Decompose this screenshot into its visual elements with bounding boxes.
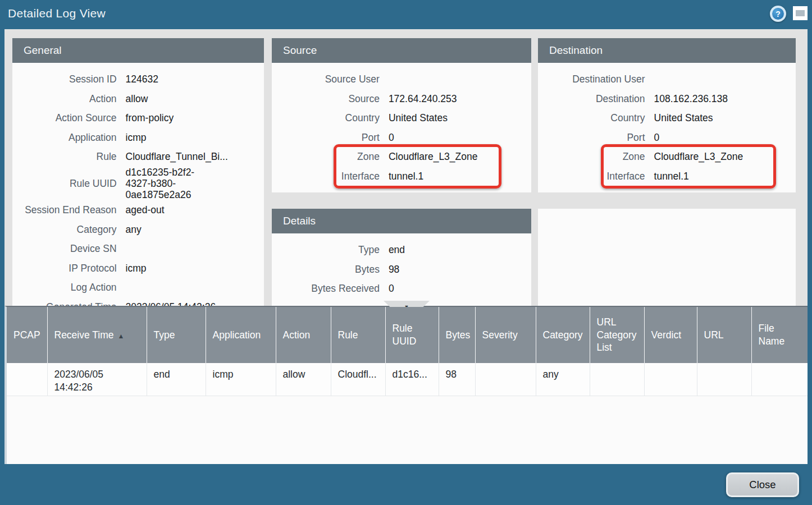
column-header-verdict[interactable]: Verdict [644, 307, 697, 363]
field-row-destination-zone: ZoneCloudflare_L3_Zone [538, 147, 796, 167]
field-row-generated-time: Generated Time2023/06/05 14:42:26 [12, 297, 264, 306]
cell-action: allow [276, 363, 331, 396]
column-header-url-category-list[interactable]: URL Category List [590, 307, 644, 363]
log-table-area: PCAP Receive Time▲ Type Application Acti… [4, 306, 808, 464]
cell-url [697, 363, 751, 396]
column-header-action[interactable]: Action [276, 307, 331, 363]
column-header-category[interactable]: Category [536, 307, 590, 363]
field-row-source-port: Port0 [272, 128, 531, 148]
maximize-icon-inner [796, 10, 805, 16]
field-row-action: Actionallow [12, 89, 264, 109]
cell-rule-uuid: d1c16... [385, 363, 439, 396]
column-header-receive-time[interactable]: Receive Time▲ [47, 307, 147, 363]
cell-verdict [644, 363, 697, 396]
help-icon[interactable]: ? [770, 6, 786, 22]
general-rows: Session ID124632 Actionallow Action Sour… [12, 63, 264, 306]
sort-asc-icon: ▲ [118, 332, 125, 340]
empty-panel [538, 209, 796, 306]
cell-receive-time: 2023/06/05 14:42:26 [47, 363, 147, 396]
column-header-pcap[interactable]: PCAP [7, 307, 47, 363]
general-panel-header: General [12, 38, 264, 63]
titlebar: Detailed Log View ? [0, 0, 812, 29]
field-row-session-end-reason: Session End Reasonaged-out [12, 200, 264, 220]
field-row-device-sn: Device SN [12, 239, 264, 259]
column-header-file-name[interactable]: File Name [751, 307, 808, 363]
field-row-category: Categoryany [12, 219, 264, 239]
log-table: PCAP Receive Time▲ Type Application Acti… [7, 307, 808, 396]
field-row-source-zone: ZoneCloudflare_L3_Zone [272, 147, 531, 167]
destination-rows: Destination User Destination108.162.236.… [538, 63, 796, 186]
field-row-application: Applicationicmp [12, 128, 264, 148]
field-row-ip-protocol: IP Protocolicmp [12, 258, 264, 278]
field-row-destination-port: Port0 [538, 128, 796, 148]
source-rows: Source User Source172.64.240.253 Country… [272, 63, 531, 186]
cell-pcap [7, 363, 47, 396]
destination-panel: Destination Destination User Destination… [538, 38, 796, 192]
cell-type: end [147, 363, 206, 396]
field-row-log-action: Log Action [12, 278, 264, 297]
detail-panels-area: General Session ID124632 Actionallow Act… [4, 29, 808, 306]
column-header-rule[interactable]: Rule [331, 307, 385, 363]
field-row-destination-country: CountryUnited States [538, 108, 796, 128]
details-rows: Typeend Bytes98 Bytes Received0 [272, 233, 531, 299]
field-row-type: Typeend [272, 240, 531, 260]
details-panel-header: Details [272, 209, 531, 233]
help-question-glyph: ? [772, 8, 784, 20]
cell-category: any [536, 363, 590, 396]
field-row-destination-interface: Interfacetunnel.1 [538, 167, 796, 186]
column-header-url[interactable]: URL [697, 307, 751, 363]
cell-url-category-list [590, 363, 644, 396]
details-panel: Details Typeend Bytes98 Bytes Received0 [272, 209, 531, 306]
cell-application: icmp [206, 363, 276, 396]
field-row-source-country: CountryUnited States [272, 108, 531, 128]
cell-bytes: 98 [439, 363, 475, 396]
field-row-bytes-received: Bytes Received0 [272, 279, 531, 299]
cell-rule: Cloudfl... [331, 363, 385, 396]
cell-file-name [751, 363, 808, 396]
column-header-type[interactable]: Type [147, 307, 206, 363]
source-panel: Source Source User Source172.64.240.253 … [272, 38, 531, 192]
cell-severity [475, 363, 536, 396]
column-header-rule-uuid[interactable]: Rule UUID [385, 307, 439, 363]
field-row-action-source: Action Sourcefrom-policy [12, 108, 264, 128]
maximize-icon[interactable] [793, 6, 808, 20]
destination-panel-header: Destination [538, 38, 796, 63]
detailed-log-view-dialog: Detailed Log View ? General Session ID12… [0, 0, 812, 505]
general-panel: General Session ID124632 Actionallow Act… [12, 38, 264, 306]
field-row-destination: Destination108.162.236.138 [538, 89, 796, 109]
field-row-source-user: Source User [272, 70, 531, 89]
close-button[interactable]: Close [726, 472, 799, 497]
field-row-rule-uuid: Rule UUIDd1c16235-b2f2-4327-b380-0ae1875… [12, 167, 264, 200]
column-header-bytes[interactable]: Bytes [439, 307, 475, 363]
column-header-application[interactable]: Application [206, 307, 276, 363]
column-header-severity[interactable]: Severity [475, 307, 536, 363]
field-row-bytes: Bytes98 [272, 260, 531, 279]
panel-table-splitter[interactable]: ▼ [384, 301, 430, 307]
log-table-header-row: PCAP Receive Time▲ Type Application Acti… [7, 307, 808, 363]
field-row-source-interface: Interfacetunnel.1 [272, 167, 531, 186]
field-row-rule: RuleCloudflare_Tunnel_Bi... [12, 147, 264, 167]
field-row-source: Source172.64.240.253 [272, 89, 531, 109]
source-panel-header: Source [272, 38, 531, 63]
log-table-row[interactable]: 2023/06/05 14:42:26 end icmp allow Cloud… [7, 363, 808, 396]
dialog-title: Detailed Log View [8, 7, 106, 20]
field-row-destination-user: Destination User [538, 70, 796, 89]
field-row-session-id: Session ID124632 [12, 70, 264, 89]
